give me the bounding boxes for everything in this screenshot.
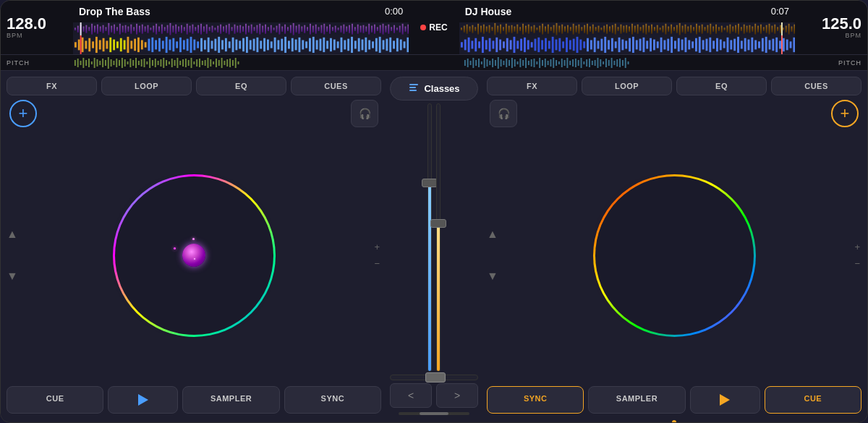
svg-rect-300	[681, 25, 683, 32]
svg-rect-347	[475, 38, 477, 52]
svg-rect-443	[80, 61, 82, 65]
right-headphone-button[interactable]: 🎧	[490, 100, 517, 127]
left-minus-btn[interactable]: −	[374, 258, 380, 269]
mixer-scrollbar[interactable]	[399, 412, 469, 415]
left-turntable[interactable]	[114, 176, 273, 335]
left-tab-eq[interactable]: EQ	[196, 77, 286, 95]
svg-rect-448	[94, 58, 95, 68]
left-tab-fx[interactable]: FX	[7, 77, 97, 95]
right-sampler-button[interactable]: SAMPLER	[588, 386, 685, 414]
left-play-icon	[138, 394, 148, 406]
left-fader-knob[interactable]	[422, 179, 438, 187]
svg-rect-92	[329, 24, 331, 33]
right-pitch-waveform[interactable]	[463, 56, 795, 69]
left-plus-btn[interactable]: +	[374, 242, 380, 252]
svg-rect-43	[192, 24, 193, 33]
svg-rect-419	[726, 38, 728, 52]
svg-rect-77	[287, 27, 289, 31]
svg-rect-460	[127, 61, 129, 64]
svg-rect-61	[242, 26, 244, 31]
svg-rect-153	[179, 38, 182, 52]
center-mixer: Classes < >	[387, 71, 481, 422]
left-add-button[interactable]: +	[9, 100, 37, 127]
svg-rect-498	[232, 60, 234, 66]
svg-rect-358	[513, 37, 515, 53]
svg-rect-264	[581, 27, 582, 31]
svg-rect-148	[162, 40, 164, 48]
right-waveform-overview[interactable]	[459, 22, 795, 36]
left-sampler-button[interactable]: SAMPLER	[182, 386, 279, 414]
right-tab-loop[interactable]: LOOP	[582, 77, 672, 95]
svg-rect-301	[684, 24, 686, 33]
svg-rect-425	[747, 40, 749, 51]
svg-rect-76	[284, 24, 286, 33]
right-minus-btn[interactable]: −	[854, 258, 860, 269]
svg-rect-521	[517, 61, 519, 64]
left-turntable-disc[interactable]	[136, 197, 252, 313]
svg-rect-398	[653, 40, 655, 51]
svg-rect-65	[254, 27, 255, 31]
left-play-button[interactable]	[108, 386, 178, 414]
right-waveform-detail[interactable]	[459, 35, 795, 54]
svg-rect-250	[542, 23, 543, 34]
right-plus-btn[interactable]: +	[854, 242, 860, 252]
right-turntable[interactable]	[595, 176, 754, 335]
crossfader[interactable]	[390, 375, 478, 380]
svg-rect-534	[553, 58, 554, 68]
left-tab-loop[interactable]: LOOP	[101, 77, 192, 95]
svg-rect-127	[88, 38, 90, 52]
left-sync-button[interactable]: SYNC	[284, 386, 381, 414]
svg-rect-59	[237, 25, 238, 32]
svg-rect-217	[404, 41, 406, 48]
svg-rect-445	[85, 60, 87, 66]
svg-rect-536	[558, 61, 560, 64]
right-pitch-down-arrow[interactable]: ▼	[487, 270, 498, 283]
right-tab-eq[interactable]: EQ	[676, 77, 767, 95]
right-bpm-label: BPM	[845, 32, 861, 39]
svg-rect-502	[464, 60, 466, 66]
svg-rect-63	[248, 25, 250, 32]
rec-badge[interactable]: REC	[420, 22, 447, 33]
svg-rect-522	[519, 59, 521, 67]
left-pitch-down-arrow[interactable]: ▼	[7, 270, 18, 283]
svg-rect-392	[632, 37, 634, 53]
right-fader-knob[interactable]	[430, 219, 446, 228]
svg-rect-512	[492, 59, 493, 67]
svg-rect-370	[555, 40, 557, 51]
right-sync-button[interactable]: SYNC	[487, 386, 584, 414]
crossfader-knob[interactable]	[425, 372, 446, 383]
left-pitch-waveform[interactable]	[73, 56, 405, 69]
right-turntable-area: ▲ ▼ + −	[487, 132, 861, 379]
svg-rect-224	[469, 26, 470, 31]
right-cue-button[interactable]: CUE	[765, 386, 861, 414]
right-tab-fx[interactable]: FX	[487, 77, 577, 95]
svg-rect-30	[156, 23, 157, 34]
mixer-nav-left[interactable]: <	[390, 383, 432, 408]
left-headphone-button[interactable]: 🎧	[351, 100, 378, 127]
left-pitch-up-arrow[interactable]: ▲	[7, 228, 18, 241]
mixer-nav-right[interactable]: >	[436, 383, 478, 408]
right-fader-track[interactable]	[436, 103, 441, 372]
svg-rect-404	[674, 40, 676, 48]
left-waveform-overview[interactable]	[73, 22, 409, 36]
svg-rect-56	[229, 23, 230, 34]
right-tab-cues[interactable]: CUES	[771, 77, 861, 95]
right-add-icon: +	[841, 104, 850, 123]
right-pitch-up-arrow[interactable]: ▲	[487, 228, 498, 241]
right-play-button[interactable]	[690, 386, 760, 414]
left-waveform-detail[interactable]	[73, 35, 409, 54]
svg-rect-257	[561, 24, 563, 33]
svg-rect-247	[533, 25, 535, 33]
svg-rect-183	[284, 37, 286, 53]
left-tab-cues[interactable]: CUES	[291, 77, 381, 95]
left-cue-button[interactable]: CUE	[7, 386, 103, 414]
svg-rect-236	[503, 27, 504, 31]
svg-rect-525	[528, 61, 529, 65]
left-fader-track[interactable]	[427, 103, 432, 372]
svg-rect-231	[488, 25, 490, 33]
svg-rect-198	[337, 41, 339, 48]
svg-rect-130	[99, 40, 101, 50]
right-turntable-disc[interactable]	[616, 197, 732, 313]
classes-button[interactable]: Classes	[390, 77, 478, 101]
right-add-button[interactable]: +	[831, 100, 859, 127]
